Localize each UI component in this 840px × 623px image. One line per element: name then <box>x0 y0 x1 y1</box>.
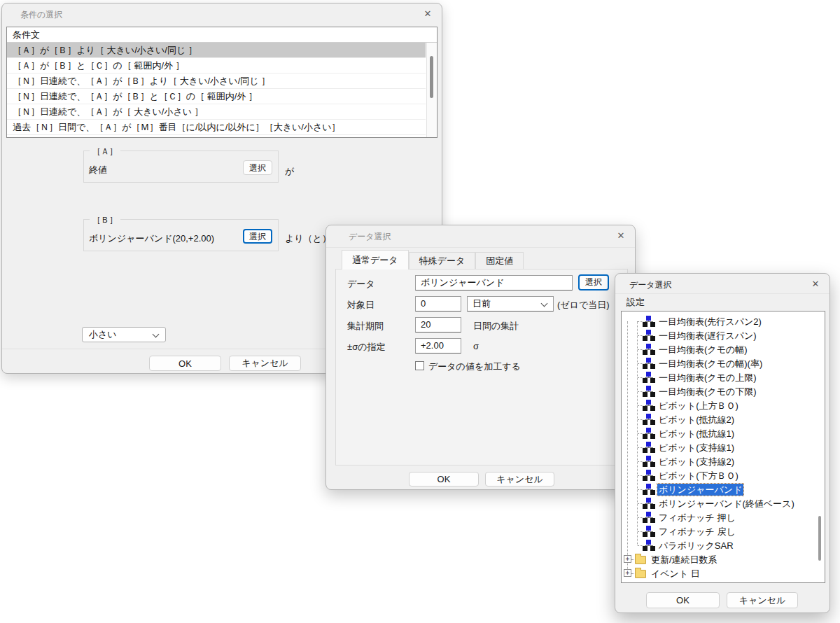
folder-icon <box>635 570 646 578</box>
tree-item-label: パラボリックSAR <box>657 540 735 552</box>
condition-list-row[interactable]: ［Ａ］が［Ｂ］より［ 大きい/小さい/同じ ］ <box>7 43 426 58</box>
scrollbar-thumb[interactable] <box>818 516 821 561</box>
data-select-dialog: データ選択 ✕ 通常データ 特殊データ 固定値 データ ボリンジャーバンド 選択… <box>326 225 636 490</box>
tree-item-label: 一目均衡表(クモの上限) <box>657 372 758 384</box>
process-value-checkbox[interactable] <box>415 361 424 370</box>
tree-leaf-item[interactable]: ボリンジャーバンド(終値ベース) <box>622 496 813 510</box>
data-input[interactable]: ボリンジャーバンド <box>415 275 573 290</box>
operand-b-select-button[interactable]: 選択 <box>243 229 272 244</box>
tree-leaf-item[interactable]: パラボリックSAR <box>622 538 813 552</box>
tree-dialog-titlebar[interactable]: データ選択 ✕ <box>615 274 830 293</box>
indicator-icon <box>643 330 655 341</box>
condition-list-row[interactable]: ［Ｎ］日連続で、［Ａ］が［Ｂ］より［ 大きい/小さい/同じ ］ <box>7 74 426 89</box>
indicator-icon <box>643 386 655 397</box>
menu-settings[interactable]: 設定 <box>624 295 648 309</box>
operand-a-select-button[interactable]: 選択 <box>243 160 272 175</box>
operand-a-label: ［Ａ］ <box>90 146 120 158</box>
indicator-icon <box>643 470 655 481</box>
period-suffix: 日間の集計 <box>473 320 519 332</box>
period-input[interactable]: 20 <box>415 317 461 332</box>
condition-list-row[interactable]: ［Ａ］が［Ｂ］と［Ｃ］の［ 範囲内/外 ］ <box>7 58 426 74</box>
operand-a-value: 終値 <box>89 164 107 176</box>
operand-a-suffix: が <box>285 165 294 178</box>
tree-item-label: 一目均衡表(遅行スパン) <box>657 330 758 342</box>
target-day-input[interactable]: 0 <box>415 296 461 312</box>
tree-item-label: 一目均衡表(クモの下限) <box>657 386 758 398</box>
condition-cancel-button[interactable]: キャンセル <box>229 356 301 371</box>
tree-leaf-item[interactable]: フィボナッチ 戻し <box>622 524 813 538</box>
condition-list-row[interactable]: 過去［Ｎ］日間で、［Ａ］が［Ｍ］番目［に/以内に/以外に］［大きい/小さい］ <box>7 120 426 135</box>
data-select-button[interactable]: 選択 <box>578 274 609 290</box>
divider <box>615 293 830 294</box>
condition-ok-button[interactable]: OK <box>149 356 221 371</box>
target-day-unit-value: 日前 <box>472 298 491 309</box>
operand-a-groupbox: ［Ａ］ 終値 選択 <box>83 150 279 183</box>
tree-item-label: 一目均衡表(クモの幅) <box>657 344 749 356</box>
tree-leaf-item[interactable]: 一目均衡表(クモの幅)(率) <box>622 356 813 370</box>
tree-leaf-item[interactable]: ボリンジャーバンド <box>622 482 813 496</box>
tree-item-label: ピボット(上方ＢＯ) <box>657 400 740 412</box>
tab-fixed-value[interactable]: 固定値 <box>475 252 524 270</box>
tree-item-label: ピボット(支持線2) <box>657 456 736 468</box>
tree-item-label: イベント 日 <box>650 568 701 580</box>
data-dialog-titlebar[interactable]: データ選択 ✕ <box>326 225 635 245</box>
operand-b-groupbox: ［Ｂ］ ボリンジャーバンド(20,+2.00) 選択 <box>83 219 279 251</box>
tree-folder-item[interactable]: +イベント 日 <box>622 566 813 580</box>
scrollbar-thumb[interactable] <box>430 56 433 98</box>
desktop-background: 条件の選択 ✕ 条件文 ［Ａ］が［Ｂ］より［ 大きい/小さい/同じ ］［Ａ］が［… <box>0 0 840 623</box>
tree-dialog-title: データ選択 <box>629 279 672 291</box>
tree-leaf-item[interactable]: 一目均衡表(クモの下限) <box>622 384 813 398</box>
indicator-tree[interactable]: 一目均衡表(先行スパン2)一目均衡表(遅行スパン)一目均衡表(クモの幅)一目均衡… <box>621 311 825 583</box>
expand-plus-icon[interactable]: + <box>624 569 631 577</box>
indicator-icon <box>643 498 655 509</box>
condition-list-scrollbar[interactable] <box>426 43 437 137</box>
tree-cancel-button[interactable]: キャンセル <box>727 592 798 608</box>
target-day-unit-dropdown[interactable]: 日前 <box>467 296 554 312</box>
data-dialog-title: データ選択 <box>349 231 391 243</box>
tree-leaf-item[interactable]: 一目均衡表(クモの幅) <box>622 342 813 356</box>
expand-plus-icon[interactable]: + <box>624 555 631 563</box>
chevron-down-icon <box>541 300 548 307</box>
sigma-input[interactable]: +2.00 <box>415 338 461 354</box>
data-ok-button[interactable]: OK <box>409 472 479 486</box>
tree-leaf-item[interactable]: 一目均衡表(先行スパン2) <box>622 314 813 328</box>
tree-item-label: ピボット(抵抗線2) <box>657 414 736 426</box>
indicator-icon <box>643 414 655 425</box>
indicator-icon <box>643 316 655 327</box>
folder-icon <box>635 556 646 564</box>
condition-list-row[interactable]: ［Ｎ］日連続で、［Ａ］が［Ｂ］と［Ｃ］の［ 範囲内/外 ］ <box>7 89 426 104</box>
tree-leaf-item[interactable]: ピボット(抵抗線2) <box>622 412 813 426</box>
tab-special-data[interactable]: 特殊データ <box>409 252 476 270</box>
tree-leaf-item[interactable]: ピボット(支持線2) <box>622 454 813 468</box>
condition-list-header: 条件文 <box>7 27 437 43</box>
close-icon[interactable]: ✕ <box>420 7 435 21</box>
close-icon[interactable]: ✕ <box>613 229 629 243</box>
data-cancel-button[interactable]: キャンセル <box>485 472 554 486</box>
tree-item-label: 一目均衡表(クモの幅)(率) <box>657 358 764 370</box>
tree-leaf-item[interactable]: 一目均衡表(遅行スパン) <box>622 328 813 342</box>
indicator-icon <box>643 358 655 369</box>
tree-leaf-item[interactable]: ピボット(支持線1) <box>622 440 813 454</box>
tree-leaf-item[interactable]: ピボット(抵抗線1) <box>622 426 813 440</box>
close-icon[interactable]: ✕ <box>808 277 823 291</box>
tree-folder-item[interactable]: +更新/連続日数系 <box>622 552 813 566</box>
tree-leaf-item[interactable]: 一目均衡表(クモの上限) <box>622 370 813 384</box>
tree-leaf-item[interactable]: フィボナッチ 押し <box>622 510 813 524</box>
target-day-label: 対象日 <box>347 299 374 312</box>
indicator-icon <box>643 484 655 495</box>
operand-b-value: ボリンジャーバンド(20,+2.00) <box>89 232 214 245</box>
condition-list-row[interactable]: ［Ｎ］日連続で、［Ａ］が［ 大きい/小さい ］ <box>7 104 426 120</box>
tree-leaf-item[interactable]: ピボット(上方ＢＯ) <box>622 398 813 412</box>
condition-list[interactable]: 条件文 ［Ａ］が［Ｂ］より［ 大きい/小さい/同じ ］［Ａ］が［Ｂ］と［Ｃ］の［… <box>6 27 438 138</box>
tree-item-label: 一目均衡表(先行スパン2) <box>657 316 763 328</box>
indicator-icon <box>643 344 655 355</box>
condition-dialog-titlebar[interactable]: 条件の選択 ✕ <box>2 4 442 23</box>
process-value-checkbox-label: データの値を加工する <box>428 360 521 373</box>
tree-item-label: フィボナッチ 押し <box>657 512 737 524</box>
tab-normal-data[interactable]: 通常データ <box>342 250 409 270</box>
sigma-suffix: σ <box>473 341 479 351</box>
tree-leaf-item[interactable]: ピボット(下方ＢＯ) <box>622 468 813 482</box>
comparison-dropdown[interactable]: 小さい <box>82 327 166 342</box>
indicator-icon <box>643 442 655 453</box>
tree-ok-button[interactable]: OK <box>646 592 720 608</box>
